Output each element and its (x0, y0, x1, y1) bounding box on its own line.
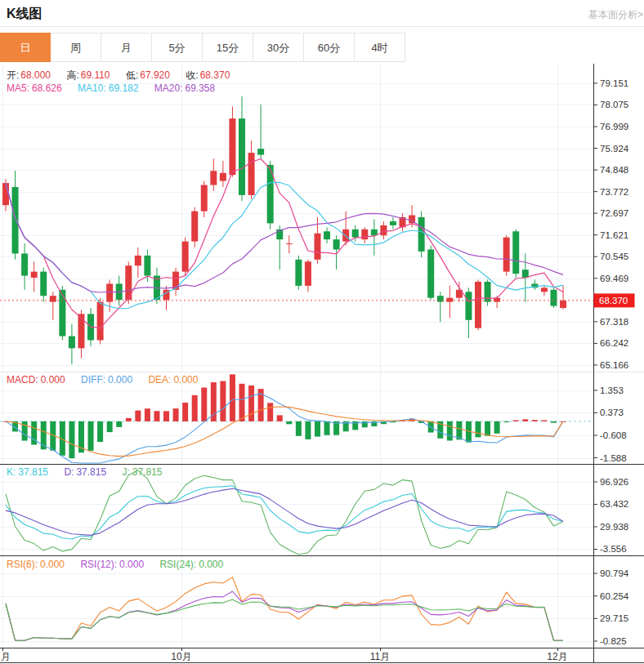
x-axis-labels: 月10月11月12月 (1, 648, 568, 662)
svg-text:1.353: 1.353 (600, 385, 624, 395)
rsi-lines-layer (6, 577, 563, 641)
tab-30min[interactable]: 30分 (253, 33, 304, 62)
svg-text:29.938: 29.938 (600, 522, 628, 532)
kline-chart-svg: 79.15178.07576.99975.92474.84873.77272.6… (0, 64, 644, 664)
svg-text:12月: 12月 (547, 651, 567, 662)
tab-4hour[interactable]: 4时 (355, 33, 405, 62)
svg-text:10月: 10月 (171, 651, 191, 662)
svg-text:11月: 11月 (370, 651, 390, 662)
svg-text:78.075: 78.075 (600, 100, 628, 109)
page-title: K线图 (7, 6, 42, 23)
svg-text:74.848: 74.848 (600, 165, 628, 175)
tab-monthly[interactable]: 月 (101, 33, 152, 62)
header: K线图 基本面分析> (0, 0, 644, 27)
svg-text:69.469: 69.469 (600, 274, 628, 283)
kline-page: { "header": { "title": "K线图", "link": "基… (0, 0, 644, 664)
svg-text:73.772: 73.772 (600, 187, 628, 197)
svg-text:29.715: 29.715 (600, 613, 628, 623)
y-axis-labels: 79.15178.07576.99975.92474.84873.77272.6… (593, 78, 629, 646)
svg-text:90.794: 90.794 (600, 568, 629, 578)
tab-5min[interactable]: 5分 (152, 33, 203, 62)
svg-text:68.370: 68.370 (599, 296, 628, 305)
tab-15min[interactable]: 15分 (203, 33, 253, 62)
svg-text:66.242: 66.242 (600, 338, 628, 348)
period-tab-bar: 日 周 月 5分 15分 30分 60分 4时 (0, 33, 405, 62)
svg-text:67.318: 67.318 (600, 317, 628, 327)
svg-text:-0.608: -0.608 (600, 430, 627, 440)
svg-text:76.999: 76.999 (600, 122, 628, 131)
svg-text:60.254: 60.254 (600, 591, 629, 601)
svg-text:79.151: 79.151 (600, 78, 628, 88)
svg-text:-1.588: -1.588 (600, 453, 627, 463)
svg-text:71.621: 71.621 (600, 230, 628, 240)
svg-text:96.926: 96.926 (600, 477, 628, 487)
svg-text:70.545: 70.545 (600, 252, 628, 261)
candles-layer (2, 96, 566, 364)
chart-canvas[interactable]: 79.15178.07576.99975.92474.84873.77272.6… (0, 64, 644, 664)
svg-text:72.697: 72.697 (600, 208, 628, 218)
svg-text:-0.825: -0.825 (600, 636, 627, 646)
tab-daily[interactable]: 日 (0, 33, 51, 62)
svg-text:0.373: 0.373 (600, 408, 624, 417)
kdj-lines-layer (6, 470, 563, 555)
tab-weekly[interactable]: 周 (51, 33, 101, 62)
macd-histogram-layer (3, 374, 566, 458)
current-price-badge: 68.370 (594, 293, 635, 307)
grid-layer (0, 64, 593, 648)
svg-text:月: 月 (1, 651, 11, 662)
svg-text:65.166: 65.166 (600, 360, 628, 370)
svg-text:75.924: 75.924 (600, 144, 629, 154)
fundamental-analysis-link[interactable]: 基本面分析> (588, 8, 643, 22)
svg-text:-3.556: -3.556 (600, 544, 627, 554)
svg-text:63.432: 63.432 (600, 499, 628, 509)
tab-60min[interactable]: 60分 (304, 33, 355, 62)
